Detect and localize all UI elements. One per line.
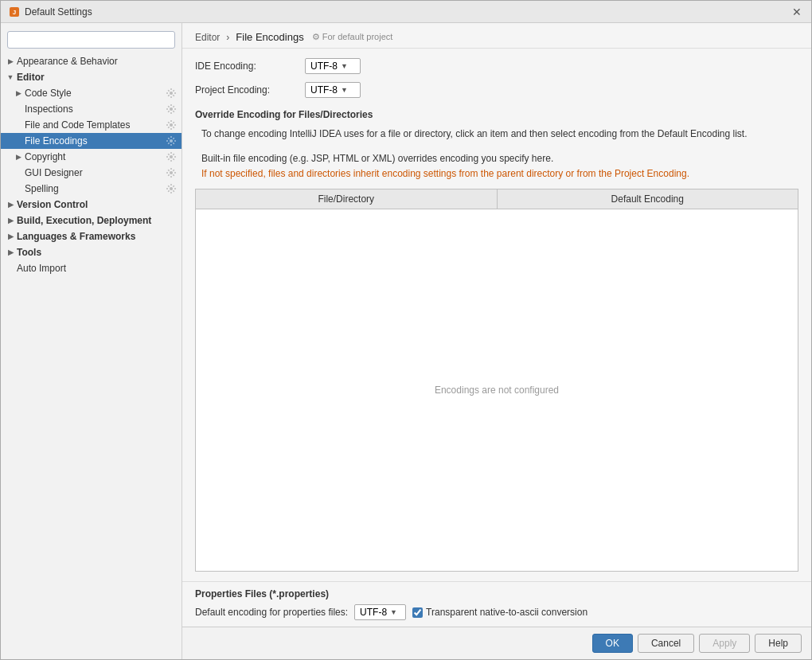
arrow-icon: ▶ (6, 216, 15, 225)
svg-point-6 (170, 155, 173, 158)
arrow-icon: ▶ (6, 232, 15, 241)
sidebar: ▶ Appearance & Behavior ▼ Editor ▶ Code … (1, 23, 182, 659)
right-panel: Editor › File Encodings ⚙ For default pr… (182, 23, 811, 659)
svg-point-2 (170, 92, 173, 95)
help-button[interactable]: Help (755, 634, 802, 653)
project-encoding-dropdown[interactable]: UTF-8 ▼ (305, 82, 361, 98)
sidebar-item-spelling[interactable]: ▶ Spelling (1, 181, 182, 197)
sidebar-item-label: GUI Designer (25, 167, 166, 178)
svg-point-5 (170, 139, 173, 143)
breadcrumb-separator: › (226, 32, 229, 43)
sidebar-item-label: File Encodings (25, 135, 166, 146)
table-col-encoding: Default Encoding (498, 189, 798, 209)
gear-icon (166, 183, 177, 194)
ok-button[interactable]: OK (592, 634, 633, 653)
table-empty-text: Encodings are not configured (435, 385, 559, 396)
transparent-label: Transparent native-to-ascii conversion (426, 607, 588, 618)
sidebar-item-label: Tools (17, 247, 177, 258)
svg-point-3 (170, 107, 173, 111)
for-default-label: ⚙ For default project (312, 32, 393, 42)
close-button[interactable]: ✕ (791, 6, 803, 18)
transparent-checkbox[interactable] (412, 607, 423, 618)
app-icon: J (9, 6, 20, 18)
search-input[interactable] (7, 31, 175, 49)
sidebar-item-label: Appearance & Behavior (17, 56, 177, 67)
arrow-icon: ▶ (14, 152, 23, 162)
gear-icon (166, 103, 177, 115)
properties-row: Default encoding for properties files: U… (195, 604, 798, 620)
properties-title: Properties Files (*.properties) (195, 588, 798, 599)
properties-section: Properties Files (*.properties) Default … (182, 581, 811, 627)
main-content: ▶ Appearance & Behavior ▼ Editor ▶ Code … (1, 23, 811, 659)
gear-icon (166, 88, 177, 99)
dropdown-arrow-icon: ▼ (390, 608, 397, 616)
gear-icon (166, 119, 177, 131)
sidebar-item-label: Editor (17, 72, 177, 83)
dialog: J Default Settings ✕ ▶ Appearance & Beha… (0, 0, 812, 660)
breadcrumb: Editor (195, 32, 220, 43)
sidebar-item-languages[interactable]: ▶ Languages & Frameworks (1, 228, 182, 244)
sidebar-item-label: Spelling (25, 183, 166, 194)
panel-title: File Encodings (236, 31, 303, 43)
sidebar-item-code-style[interactable]: ▶ Code Style (1, 85, 182, 101)
sidebar-item-editor[interactable]: ▼ Editor (1, 69, 182, 85)
table-header: File/Directory Default Encoding (196, 189, 798, 209)
gear-icon (166, 151, 177, 162)
project-encoding-value: UTF-8 (310, 84, 338, 96)
properties-encoding-label: Default encoding for properties files: (195, 607, 348, 618)
sidebar-item-auto-import[interactable]: ▶ Auto Import (1, 260, 182, 276)
arrow-icon: ▶ (14, 88, 23, 98)
gear-icon (166, 135, 177, 146)
sidebar-item-gui-designer[interactable]: ▶ GUI Designer (1, 165, 182, 181)
table-col-file: File/Directory (196, 189, 498, 209)
svg-point-4 (170, 123, 173, 127)
sidebar-item-label: Auto Import (17, 263, 177, 274)
project-encoding-row: Project Encoding: UTF-8 ▼ (195, 82, 798, 98)
sidebar-item-file-encodings[interactable]: ▶ File Encodings (1, 133, 182, 149)
table-body: Encodings are not configured (196, 209, 798, 571)
properties-encoding-dropdown[interactable]: UTF-8 ▼ (354, 604, 406, 620)
arrow-icon: ▶ (6, 57, 15, 66)
sidebar-item-label: Build, Execution, Deployment (17, 215, 177, 226)
bottom-bar: OK Cancel Apply Help (182, 627, 811, 659)
title-bar: J Default Settings ✕ (1, 1, 811, 23)
svg-text:J: J (13, 9, 16, 16)
sidebar-item-copyright[interactable]: ▶ Copyright (1, 149, 182, 165)
sidebar-item-label: Copyright (25, 151, 166, 162)
sidebar-item-label: File and Code Templates (25, 119, 166, 131)
sidebar-item-label: Inspections (25, 103, 166, 115)
sidebar-item-label: Code Style (25, 88, 166, 99)
svg-point-8 (170, 187, 173, 190)
sidebar-item-version-control[interactable]: ▶ Version Control (1, 197, 182, 213)
sidebar-item-tools[interactable]: ▶ Tools (1, 244, 182, 260)
title-bar-left: J Default Settings (9, 6, 92, 18)
override-section-header: Override Encoding for Files/Directories (195, 109, 798, 120)
sidebar-item-inspections[interactable]: ▶ Inspections (1, 101, 182, 117)
sidebar-item-file-code-templates[interactable]: ▶ File and Code Templates (1, 117, 182, 133)
project-encoding-label: Project Encoding: (195, 84, 299, 96)
cancel-button[interactable]: Cancel (638, 634, 694, 653)
transparent-checkbox-row: Transparent native-to-ascii conversion (412, 607, 588, 618)
properties-encoding-value: UTF-8 (360, 607, 387, 618)
dropdown-arrow-icon: ▼ (341, 62, 348, 70)
panel-body: IDE Encoding: UTF-8 ▼ Project Encoding: … (182, 49, 811, 581)
sidebar-item-build-execution[interactable]: ▶ Build, Execution, Deployment (1, 213, 182, 228)
arrow-icon: ▶ (6, 200, 15, 209)
ide-encoding-value: UTF-8 (310, 61, 338, 72)
sidebar-item-label: Version Control (17, 199, 177, 210)
info-text-2: Built-in file encoding (e.g. JSP, HTML o… (195, 151, 798, 182)
ide-encoding-label: IDE Encoding: (195, 61, 299, 72)
ide-encoding-dropdown[interactable]: UTF-8 ▼ (305, 58, 361, 74)
sidebar-item-label: Languages & Frameworks (17, 231, 177, 242)
sidebar-item-appearance[interactable]: ▶ Appearance & Behavior (1, 53, 182, 69)
panel-header: Editor › File Encodings ⚙ For default pr… (182, 23, 811, 49)
gear-icon (166, 167, 177, 178)
info-text-orange: If not specified, files and directories … (201, 168, 689, 179)
arrow-icon: ▶ (6, 248, 15, 257)
arrow-icon: ▼ (6, 72, 15, 82)
dialog-title: Default Settings (25, 6, 92, 18)
info-text-1: To change encoding IntelliJ IDEA uses fo… (195, 127, 798, 142)
encoding-table: File/Directory Default Encoding Encoding… (195, 189, 798, 572)
svg-point-7 (170, 171, 173, 174)
apply-button[interactable]: Apply (699, 634, 750, 653)
